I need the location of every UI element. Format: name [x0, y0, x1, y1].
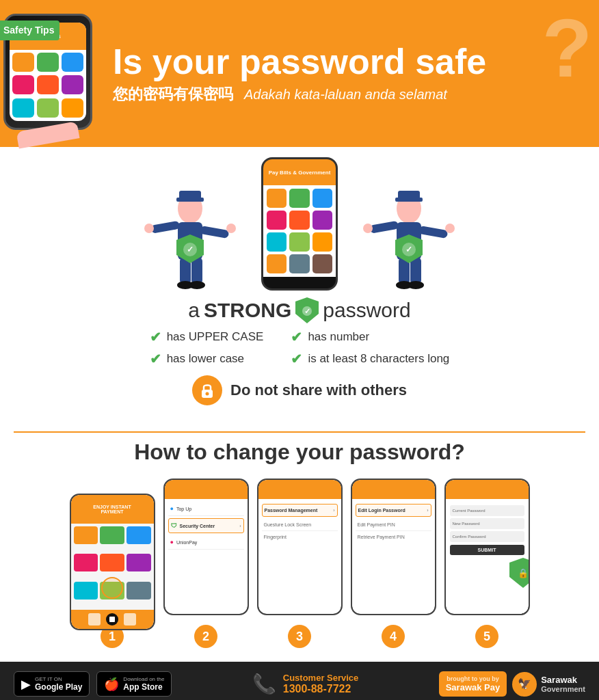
- step3-password-mgmt: Password Management: [265, 508, 334, 513]
- subtitle-chinese: 您的密码有保密吗: [113, 84, 233, 105]
- svg-rect-20: [418, 226, 448, 239]
- strong-password-suffix: password: [323, 299, 410, 322]
- svg-rect-5: [200, 226, 229, 239]
- step-4-container: Edit Login Password › Edit Payment PIN R…: [351, 479, 436, 648]
- do-not-share-text: Do not share with others: [230, 381, 407, 399]
- google-play-small: GET IT ON: [35, 676, 82, 682]
- step-1-phone: ENJOY INSTANTPAYMENT: [70, 494, 155, 630]
- sarawak-gov-subtext: Government: [541, 685, 585, 693]
- sarawak-pay-logo: brought to you by Sarawak Pay: [439, 671, 507, 697]
- svg-point-7: [226, 224, 236, 233]
- google-play-label: Google Play: [35, 682, 82, 692]
- question-mark-decoration: ?: [542, 7, 592, 89]
- app-store-badge[interactable]: 🍎 Download on the App Store: [96, 671, 172, 697]
- strong-password-section: a STRONG ✓ password: [27, 297, 572, 323]
- google-play-icon: ▶: [21, 677, 31, 692]
- check-item-length: ✔ is at least 8 characters long: [291, 351, 449, 367]
- step2-security-center: Security Center: [180, 524, 240, 528]
- step-3-phone: Password Management › Guesture Lock Scre…: [257, 479, 343, 615]
- svg-point-21: [363, 224, 373, 233]
- svg-rect-24: [410, 258, 421, 284]
- checkmark-2: ✔: [150, 351, 161, 367]
- header-section: Pay Bills Safety Tips Is your passwor: [0, 0, 599, 147]
- main-section: ✓ Pay Bills & Government: [0, 147, 599, 425]
- lock-orange-icon: [192, 375, 222, 405]
- step-2-container: ● Top Up 🛡 Security Center › ● UnionPay: [163, 479, 249, 648]
- sarawak-gov-text: Sarawak: [541, 675, 585, 685]
- center-phone-mockup: Pay Bills & Government: [258, 157, 341, 291]
- svg-rect-9: [191, 258, 202, 284]
- step5-confirm-password: Confirm Password: [450, 531, 524, 542]
- check-label-length: is at least 8 characters long: [308, 352, 449, 366]
- step-1-container: ENJOY INSTANTPAYMENT: [70, 494, 155, 648]
- steps-row: ENJOY INSTANTPAYMENT: [21, 479, 578, 648]
- footer-customer-service: 📞 Customer Service 1300-88-7722: [252, 673, 359, 695]
- left-guard-svg: ✓: [135, 161, 245, 291]
- svg-rect-17: [395, 198, 423, 202]
- right-guard-svg: ✓: [354, 161, 464, 291]
- checklist-col-1: ✔ has UPPER CASE ✔ has lower case: [150, 329, 264, 367]
- step5-new-password: New Password: [450, 518, 524, 529]
- strong-word: STRONG: [204, 299, 291, 322]
- svg-rect-19: [369, 221, 399, 234]
- check-label-upper: has UPPER CASE: [167, 330, 264, 344]
- step5-submit-btn: SUBMIT: [450, 545, 524, 555]
- step-3-container: Password Management › Guesture Lock Scre…: [257, 479, 343, 648]
- apple-icon: 🍎: [104, 677, 119, 692]
- check-item-number: ✔ has number: [291, 329, 449, 345]
- customer-service-label: Customer Service: [283, 673, 359, 683]
- svg-text:🔒: 🔒: [518, 567, 529, 579]
- svg-text:✓: ✓: [304, 307, 310, 315]
- svg-text:✓: ✓: [187, 245, 194, 254]
- how-to-section: How to change your password? ENJOY INSTA…: [0, 440, 599, 662]
- svg-point-22: [445, 224, 455, 233]
- how-to-title: How to change your password?: [21, 440, 578, 465]
- step-5-number: 5: [475, 625, 498, 648]
- section-divider: [14, 431, 585, 433]
- do-not-share-section: Do not share with others: [27, 375, 572, 405]
- step-5-container: Current Password New Password Confirm Pa…: [444, 479, 530, 648]
- step-4-number: 4: [382, 625, 405, 648]
- check-label-lower: has lower case: [167, 352, 244, 366]
- sarawak-gov-logo: 🦅 Sarawak Government: [512, 672, 585, 697]
- header-text-block: Is your password safe 您的密码有保密吗 Adakah ka…: [113, 42, 585, 105]
- step-3-number: 3: [288, 625, 311, 648]
- checklist-col-2: ✔ has number ✔ is at least 8 characters …: [291, 329, 449, 367]
- svg-rect-4: [150, 221, 180, 234]
- check-label-number: has number: [308, 330, 369, 344]
- app-store-small: Download on the: [123, 676, 164, 682]
- check-item-upper: ✔ has UPPER CASE: [150, 329, 264, 345]
- svg-point-11: [189, 281, 205, 289]
- svg-point-34: [206, 392, 209, 396]
- footer-stores[interactable]: ▶ GET IT ON Google Play 🍎 Download on th…: [14, 671, 172, 697]
- footer-brand: brought to you by Sarawak Pay 🦅 Sarawak …: [439, 671, 585, 697]
- svg-point-26: [408, 281, 424, 289]
- customer-service-icon: 📞: [252, 673, 276, 695]
- strong-password-prefix: a: [188, 299, 200, 322]
- shield-inline-icon: ✓: [295, 297, 319, 323]
- main-title: Is your password safe: [113, 42, 585, 81]
- google-play-badge[interactable]: ▶ GET IT ON Google Play: [14, 671, 90, 697]
- gov-emblem-icon: 🦅: [512, 672, 537, 697]
- step-5-phone: Current Password New Password Confirm Pa…: [444, 479, 530, 615]
- footer-section: ▶ GET IT ON Google Play 🍎 Download on th…: [0, 662, 599, 700]
- safety-tips-badge: Safety Tips: [0, 21, 59, 40]
- subtitle-malay: Adakah kata-laluan anda selamat: [244, 87, 447, 103]
- checkmark-3: ✔: [291, 329, 302, 345]
- step-2-phone: ● Top Up 🛡 Security Center › ● UnionPay: [163, 479, 249, 615]
- app-store-label: App Store: [123, 682, 164, 692]
- step-4-phone: Edit Login Password › Edit Payment PIN R…: [351, 479, 436, 615]
- checkmark-1: ✔: [150, 329, 161, 345]
- step-2-number: 2: [194, 625, 217, 648]
- guards-illustration: ✓ Pay Bills & Government: [27, 157, 572, 291]
- checklist-section: ✔ has UPPER CASE ✔ has lower case ✔ has …: [27, 329, 572, 367]
- checkmark-4: ✔: [291, 351, 302, 367]
- svg-rect-2: [176, 198, 204, 202]
- step4-edit-login: Edit Login Password: [358, 508, 427, 513]
- svg-text:✓: ✓: [405, 245, 412, 254]
- step5-shield-icon: 🔒: [509, 558, 530, 588]
- check-item-lower: ✔ has lower case: [150, 351, 264, 367]
- step5-current-password: Current Password: [450, 505, 524, 516]
- svg-point-6: [144, 224, 154, 233]
- customer-service-number: 1300-88-7722: [283, 683, 359, 695]
